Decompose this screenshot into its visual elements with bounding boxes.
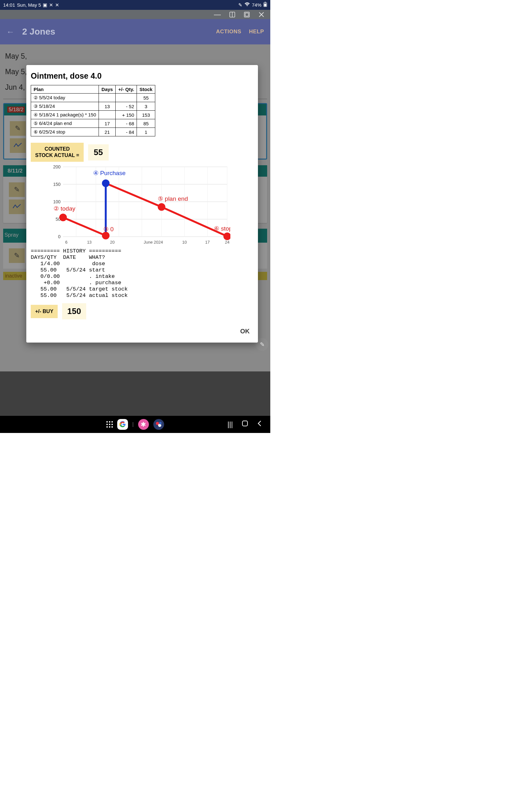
table-row: ⑥ 6/25/24 stop 21 - 84 1 <box>31 128 155 136</box>
split-button-1[interactable] <box>229 11 235 18</box>
status-bar: 14:01 Sun, May 5 ▣ ✕ ✕ ✎ 74% <box>0 0 270 10</box>
split-button-2[interactable] <box>244 11 250 18</box>
svg-text:June 2024: June 2024 <box>144 240 163 245</box>
svg-text:③ 0: ③ 0 <box>103 226 114 233</box>
th-qty: +/- Qty. <box>116 85 137 94</box>
table-row: ③ 5/18/24 13 - 52 3 <box>31 102 155 111</box>
svg-text:100: 100 <box>53 199 61 204</box>
buy-label[interactable]: +/- BUY <box>31 305 58 318</box>
flower-glyph: ✱ <box>141 420 146 428</box>
row-stock: 1 <box>137 128 155 136</box>
svg-text:④ Purchase: ④ Purchase <box>93 170 126 176</box>
svg-point-35 <box>59 214 67 221</box>
help-button[interactable]: HELP <box>249 29 264 35</box>
row-qty: + 150 <box>116 111 137 119</box>
google-icon[interactable] <box>117 419 128 430</box>
close-button[interactable] <box>258 11 265 18</box>
svg-point-38 <box>158 203 165 211</box>
back-nav-button[interactable] <box>257 420 262 428</box>
table-row: ⑤ 6/4/24 plan end 17 - 68 85 <box>31 119 155 128</box>
svg-rect-6 <box>245 13 248 16</box>
row-days <box>99 94 116 102</box>
pencil-icon: ✎ <box>260 341 265 348</box>
status-time: 14:01 <box>3 2 15 8</box>
row-label: 5/18/24 <box>39 103 55 109</box>
svg-rect-48 <box>242 421 247 426</box>
svg-text:200: 200 <box>53 164 61 169</box>
row-days: 21 <box>99 128 116 136</box>
row-label: 5/18/24 1 package(s) * 150 <box>39 112 96 117</box>
system-nav: | ✱ ||| <box>0 416 270 433</box>
row-stock: 55 <box>137 94 155 102</box>
th-days: Days <box>99 85 116 94</box>
counted-stock-row: COUNTED STOCK ACTUAL = 55 <box>31 143 253 162</box>
pen-icon: ✎ <box>238 2 242 8</box>
svg-text:⑥ stop: ⑥ stop <box>214 225 230 232</box>
status-date: Sun, May 5 <box>17 2 41 8</box>
svg-text:⑤ plan end: ⑤ plan end <box>158 195 188 202</box>
svg-rect-2 <box>264 3 267 6</box>
row-qty: - 52 <box>116 102 137 111</box>
divider: | <box>132 421 133 427</box>
svg-point-39 <box>223 233 230 240</box>
counted-l2: STOCK ACTUAL = <box>35 152 79 159</box>
ok-button[interactable]: OK <box>236 325 253 338</box>
svg-text:20: 20 <box>110 240 114 245</box>
svg-text:10: 10 <box>182 240 187 245</box>
svg-text:17: 17 <box>205 240 210 245</box>
row-qty: - 84 <box>116 128 137 136</box>
row-num: ② <box>34 95 38 100</box>
history-block: ========= HISTORY ========== DAYS/QTY DA… <box>31 248 253 299</box>
buy-row: +/- BUY 150 <box>31 303 253 319</box>
row-label: 6/25/24 stop <box>39 129 65 135</box>
ointment-modal: Ointment, dose 4.0 Plan Days +/- Qty. St… <box>26 65 258 343</box>
battery-icon <box>263 2 267 8</box>
counted-l1: COUNTED <box>35 146 79 152</box>
back-button[interactable]: ← <box>6 27 14 37</box>
counted-stock-value[interactable]: 55 <box>88 144 109 160</box>
row-num: ③ <box>34 103 38 109</box>
row-days: 17 <box>99 119 116 128</box>
row-stock: 153 <box>137 111 155 119</box>
svg-text:24: 24 <box>225 240 229 245</box>
app-icon[interactable] <box>153 419 164 430</box>
recents-button[interactable]: ||| <box>228 420 233 428</box>
app-header: ← 2 Jones ACTIONS HELP <box>0 19 270 44</box>
row-qty: - 68 <box>116 119 137 128</box>
svg-line-34 <box>63 217 106 236</box>
row-num: ④ <box>34 112 38 117</box>
stock-chart: 05010015020061320June 2024101724② today③… <box>43 164 230 246</box>
minimize-button[interactable]: — <box>214 10 221 19</box>
gallery-icon[interactable]: ✱ <box>138 419 149 430</box>
page-title: 2 Jones <box>22 27 55 37</box>
tools-icon: ✕ <box>49 2 53 8</box>
modal-title: Ointment, dose 4.0 <box>31 71 253 81</box>
actions-button[interactable]: ACTIONS <box>216 29 241 35</box>
window-chrome: — <box>0 10 270 19</box>
table-row: ④ 5/18/24 1 package(s) * 150 + 150 153 <box>31 111 155 119</box>
row-days: 13 <box>99 102 116 111</box>
row-stock: 85 <box>137 119 155 128</box>
row-stock: 3 <box>137 102 155 111</box>
svg-point-36 <box>102 232 110 240</box>
svg-text:② today: ② today <box>54 205 75 212</box>
row-num: ⑥ <box>34 129 38 135</box>
svg-rect-1 <box>265 2 266 3</box>
svg-text:0: 0 <box>58 234 60 239</box>
svg-text:13: 13 <box>87 240 92 245</box>
buy-value[interactable]: 150 <box>62 303 86 319</box>
svg-text:150: 150 <box>53 182 61 187</box>
row-label: 5/5/24 today <box>39 95 65 100</box>
row-days <box>99 111 116 119</box>
svg-point-37 <box>102 180 110 187</box>
home-button[interactable] <box>242 420 248 428</box>
th-stock: Stock <box>137 85 155 94</box>
image-icon: ▣ <box>43 2 47 8</box>
svg-text:6: 6 <box>65 240 67 245</box>
battery-text: 74% <box>252 2 262 8</box>
tools-icon-2: ✕ <box>55 2 59 8</box>
wifi-icon <box>244 2 250 8</box>
counted-stock-label[interactable]: COUNTED STOCK ACTUAL = <box>31 143 83 162</box>
row-qty <box>116 94 137 102</box>
app-drawer-icon[interactable] <box>106 421 112 427</box>
